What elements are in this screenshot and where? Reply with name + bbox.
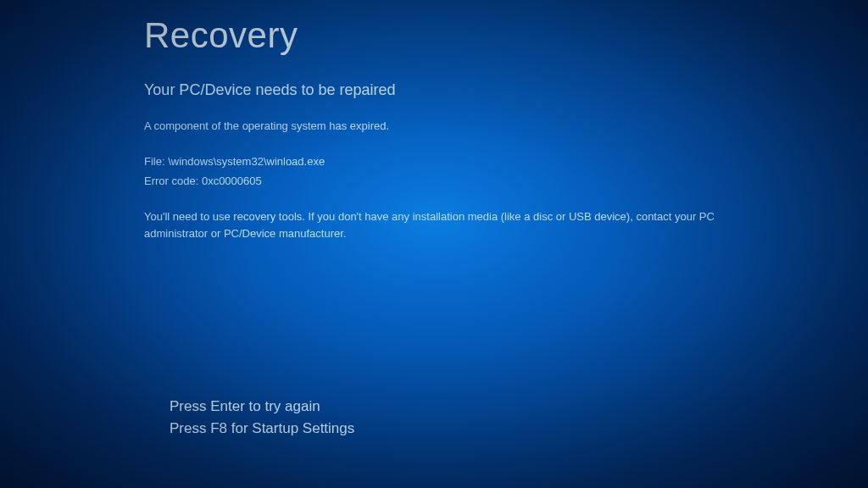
recovery-instructions: You'll need to use recovery tools. If yo… xyxy=(144,208,771,244)
expired-block: A component of the operating system has … xyxy=(144,118,788,135)
file-path: File: \windows\system32\winload.exe xyxy=(144,153,788,170)
file-error-block: File: \windows\system32\winload.exe Erro… xyxy=(144,153,788,190)
expired-message: A component of the operating system has … xyxy=(144,118,788,135)
key-actions: Press Enter to try again Press F8 for St… xyxy=(170,398,354,442)
enter-action: Press Enter to try again xyxy=(170,398,354,415)
recovery-screen: Recovery Your PC/Device needs to be repa… xyxy=(144,15,788,243)
page-title: Recovery xyxy=(144,15,788,56)
error-code: Error code: 0xc0000605 xyxy=(144,173,788,190)
repair-subtitle: Your PC/Device needs to be repaired xyxy=(144,81,788,99)
f8-action: Press F8 for Startup Settings xyxy=(170,420,354,437)
